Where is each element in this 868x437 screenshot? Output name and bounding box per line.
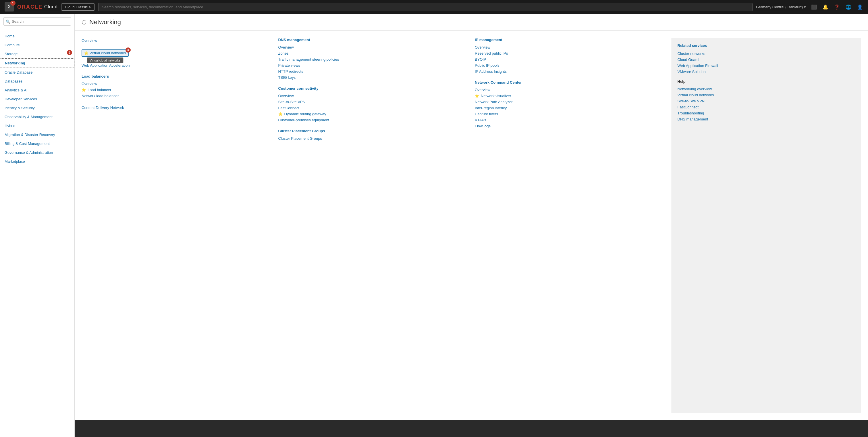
menu-item-npa[interactable]: Network Path Analyzer xyxy=(475,99,664,105)
sidebar-item-governance--administration[interactable]: Governance & Administration xyxy=(0,148,74,157)
top-navigation: X 1 ORACLE Cloud Cloud Classic > Germany… xyxy=(0,0,868,14)
menu-item-drg[interactable]: ⭐ Dynamic routing gateway xyxy=(278,111,468,117)
menu-item-overview[interactable]: Overview xyxy=(82,38,272,44)
menu-item-flow-logs[interactable]: Flow logs xyxy=(475,123,664,129)
menu-item-byoip[interactable]: BYOIP xyxy=(475,56,664,62)
menu-item-ip-insights[interactable]: IP Address Insights xyxy=(475,68,664,75)
menu-item-public-ip-pools[interactable]: Public IP pools xyxy=(475,62,664,68)
related-services-column: Related services Cluster networksCloud G… xyxy=(672,38,861,413)
menu-item-dns-overview[interactable]: Overview xyxy=(278,44,468,50)
overview-label: Overview xyxy=(82,38,97,43)
section-cdn: Content Delivery Network xyxy=(82,105,272,111)
help-title: Help xyxy=(678,79,856,84)
sidebar-item-marketplace[interactable]: Marketplace xyxy=(0,157,74,166)
related-item[interactable]: VMware Solution xyxy=(678,69,856,75)
nv-pin-icon: ⭐ xyxy=(475,94,479,98)
chevron-down-icon: ▾ xyxy=(804,5,806,9)
vcn-badge: 3 xyxy=(126,48,131,53)
sidebar-item-networking[interactable]: Networking xyxy=(0,58,74,68)
menu-item-lb-overview[interactable]: Overview xyxy=(82,81,272,87)
menu-item-fastconnect[interactable]: FastConnect xyxy=(278,105,468,111)
menu-item-cc-overview[interactable]: Overview xyxy=(278,93,468,99)
related-item[interactable]: Web Application Firewall xyxy=(678,63,856,69)
menu-col-3: IP management Overview Reserved public I… xyxy=(475,38,664,413)
lb-pin-icon: ⭐ xyxy=(82,88,86,92)
sidebar-item-billing--cost-management[interactable]: Billing & Cost Management xyxy=(0,139,74,148)
related-item[interactable]: Cluster networks xyxy=(678,51,856,57)
menu-item-vcn[interactable]: ⭐ Virtual cloud networks 3 xyxy=(82,50,129,57)
sidebar-search-input[interactable] xyxy=(3,17,71,26)
sidebar-item-oracle-database[interactable]: Oracle Database xyxy=(0,68,74,77)
menu-item-tsig[interactable]: TSIG keys xyxy=(278,75,468,81)
close-button[interactable]: X 1 xyxy=(5,2,14,11)
page-header: ⬡ Networking xyxy=(75,14,868,31)
content-area: ⬡ Networking Overview ⭐ Virtual cloud ne… xyxy=(75,14,868,437)
sidebar-item-analytics--ai[interactable]: Analytics & AI xyxy=(0,86,74,95)
sidebar-item-identity--security[interactable]: Identity & Security xyxy=(0,104,74,112)
related-services-title: Related services xyxy=(678,43,856,48)
menu-item-ncc-overview[interactable]: Overview xyxy=(475,87,664,93)
sidebar-item-observability--management[interactable]: Observability & Management xyxy=(0,112,74,121)
oracle-logo: ORACLE Cloud xyxy=(17,4,58,10)
bell-icon[interactable]: 🔔 xyxy=(822,3,829,10)
menu-item-cpg[interactable]: Cluster Placement Groups xyxy=(278,136,468,141)
sidebar-badge-2: 2 xyxy=(67,50,72,55)
terminal-icon[interactable]: ⬛ xyxy=(811,3,817,10)
customer-conn-title: Customer connectivity xyxy=(278,86,468,91)
sidebar-item-migration--disaster-recovery[interactable]: Migration & Disaster Recovery xyxy=(0,130,74,139)
help-item[interactable]: Networking overview xyxy=(678,86,856,92)
help-item[interactable]: DNS management xyxy=(678,116,856,122)
menu-item-net-visualizer[interactable]: ⭐ Network visualizer xyxy=(475,93,664,99)
menu-item-vtaps[interactable]: VTAPs xyxy=(475,117,664,123)
sidebar-item-home[interactable]: Home xyxy=(0,32,74,40)
menu-item-zones[interactable]: Zones xyxy=(278,50,468,56)
help-item[interactable]: Site-to-Site VPN xyxy=(678,98,856,104)
cloud-classic-button[interactable]: Cloud Classic > xyxy=(61,3,95,11)
vcn-tooltip: Virtual cloud networks xyxy=(87,58,123,63)
section-ip-mgmt: IP management Overview Reserved public I… xyxy=(475,38,664,75)
region-selector[interactable]: Germany Central (Frankfurt) ▾ xyxy=(756,5,806,9)
menu-item-lb[interactable]: ⭐ Load balancer xyxy=(82,87,272,93)
menu-item-cdn[interactable]: Content Delivery Network xyxy=(82,105,272,111)
section-overview: Overview xyxy=(82,38,272,44)
section-customer-connectivity: Customer connectivity Overview Site-to-S… xyxy=(278,86,468,123)
section-load-balancers: Load balancers Overview ⭐ Load balancer … xyxy=(82,74,272,99)
section-cpg: Cluster Placement Groups Cluster Placeme… xyxy=(278,129,468,141)
menu-item-reserved-ips[interactable]: Reserved public IPs xyxy=(475,50,664,56)
menu-item-cpe[interactable]: Customer-premises equipment xyxy=(278,117,468,123)
menu-item-site-to-site[interactable]: Site-to-Site VPN xyxy=(278,99,468,105)
help-icon[interactable]: ❓ xyxy=(834,3,840,10)
help-item[interactable]: Troubleshooting xyxy=(678,110,856,116)
help-item[interactable]: FastConnect xyxy=(678,104,856,110)
menu-item-latency[interactable]: Inter-region latency xyxy=(475,105,664,111)
dark-bottom-bar xyxy=(75,420,868,437)
menu-item-nlb[interactable]: Network load balancer xyxy=(82,93,272,99)
dns-title: DNS management xyxy=(278,38,468,42)
menu-item-waa[interactable]: Web Application Acceleration xyxy=(82,62,272,68)
sidebar-search-container: 🔍 xyxy=(0,14,74,29)
menu-item-capture[interactable]: Capture filters xyxy=(475,111,664,117)
search-icon: 🔍 xyxy=(6,19,10,24)
help-item[interactable]: Virtual cloud networks xyxy=(678,92,856,98)
globe-icon[interactable]: 🌐 xyxy=(845,3,852,10)
related-item[interactable]: Cloud Guard xyxy=(678,57,856,63)
menu-item-ip-overview[interactable]: Overview xyxy=(475,44,664,50)
menu-col-1: Overview ⭐ Virtual cloud networks 3 Virt… xyxy=(82,38,272,413)
menu-item-http-redirects[interactable]: HTTP redirects xyxy=(278,68,468,75)
sidebar-item-compute[interactable]: Compute xyxy=(0,40,74,50)
sidebar-item-developer-services[interactable]: Developer Services xyxy=(0,95,74,104)
user-icon[interactable]: 👤 xyxy=(857,3,863,10)
global-search-input[interactable] xyxy=(98,3,752,11)
ncc-title: Network Command Center xyxy=(475,80,664,85)
cloud-text: Cloud xyxy=(44,4,58,9)
menu-item-traffic-mgmt[interactable]: Traffic management steering policies xyxy=(278,56,468,62)
section-waa: Web Application Acceleration xyxy=(82,62,272,68)
sidebar-item-storage[interactable]: Storage2 xyxy=(0,50,74,58)
vcn-label: Virtual cloud networks xyxy=(90,51,126,55)
sidebar-item-databases[interactable]: Databases xyxy=(0,77,74,86)
oracle-text: ORACLE xyxy=(17,4,42,10)
menu-item-private-views[interactable]: Private views xyxy=(278,62,468,68)
section-ncc: Network Command Center Overview ⭐ Networ… xyxy=(475,80,664,129)
waa-label: Web Application Acceleration xyxy=(82,63,129,67)
sidebar-item-hybrid[interactable]: Hybrid xyxy=(0,121,74,130)
